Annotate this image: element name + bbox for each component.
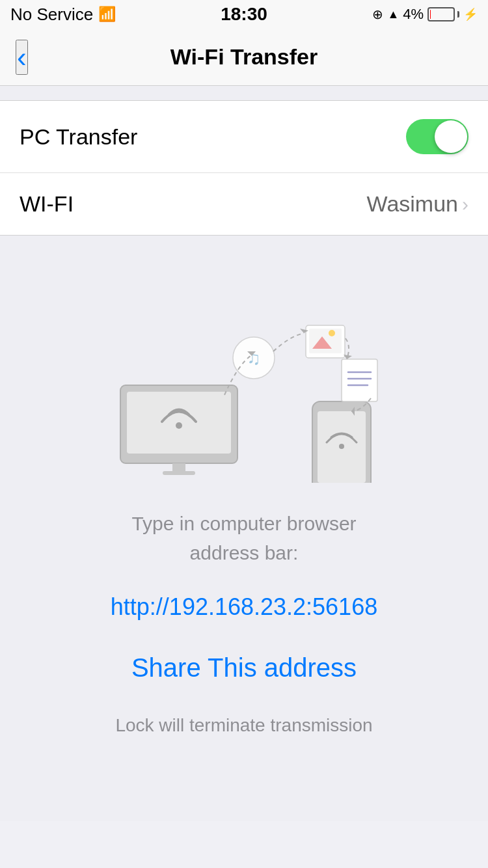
svg-rect-4 [163, 471, 195, 475]
status-left: No Service 📶 [10, 5, 116, 25]
svg-rect-15 [342, 359, 377, 401]
toggle-knob [435, 120, 467, 153]
carrier-label: No Service [10, 5, 93, 25]
wifi-value-container: Wasimun › [367, 191, 468, 217]
battery-percent: 4% [403, 6, 424, 23]
status-bar: No Service 📶 18:30 ⊕ ▲ 4% ⚡ [0, 0, 488, 29]
status-time: 18:30 [221, 4, 267, 25]
svg-text:♫: ♫ [247, 348, 261, 368]
status-right: ⊕ ▲ 4% ⚡ [372, 6, 478, 23]
settings-section: PC Transfer WI-FI Wasimun › [0, 100, 488, 236]
pc-transfer-row: PC Transfer [0, 101, 488, 173]
wifi-label: WI-FI [20, 191, 74, 217]
pc-transfer-toggle[interactable] [406, 119, 468, 154]
battery-indicator [427, 7, 459, 21]
transfer-illustration: ♫ [81, 275, 407, 483]
share-address-button[interactable]: Share This address [131, 653, 357, 683]
lock-warning-text: Lock will terminate transmission [115, 715, 372, 736]
svg-point-2 [176, 422, 182, 429]
nav-bar: ‹ Wi-Fi Transfer [0, 29, 488, 86]
pc-transfer-label: PC Transfer [20, 124, 137, 150]
location-icon: ▲ [387, 8, 399, 21]
section-separator-top [0, 86, 488, 100]
wifi-signal-icon: 📶 [98, 6, 116, 23]
main-content: ♫ Type i [0, 236, 488, 821]
wifi-row[interactable]: WI-FI Wasimun › [0, 173, 488, 235]
page-title: Wi-Fi Transfer [170, 44, 318, 70]
instruction-text: Type in computer browser address bar: [131, 509, 356, 567]
wifi-network-name: Wasimun [367, 191, 458, 217]
ip-address[interactable]: http://192.168.23.2:56168 [111, 593, 377, 621]
svg-rect-3 [172, 463, 185, 472]
chevron-right-icon: › [462, 193, 468, 215]
back-chevron-icon: ‹ [17, 41, 27, 74]
svg-point-7 [339, 444, 344, 449]
svg-point-14 [329, 330, 335, 336]
back-button[interactable]: ‹ [16, 40, 28, 75]
lock-icon: ⊕ [372, 7, 383, 22]
bolt-icon: ⚡ [463, 7, 478, 21]
